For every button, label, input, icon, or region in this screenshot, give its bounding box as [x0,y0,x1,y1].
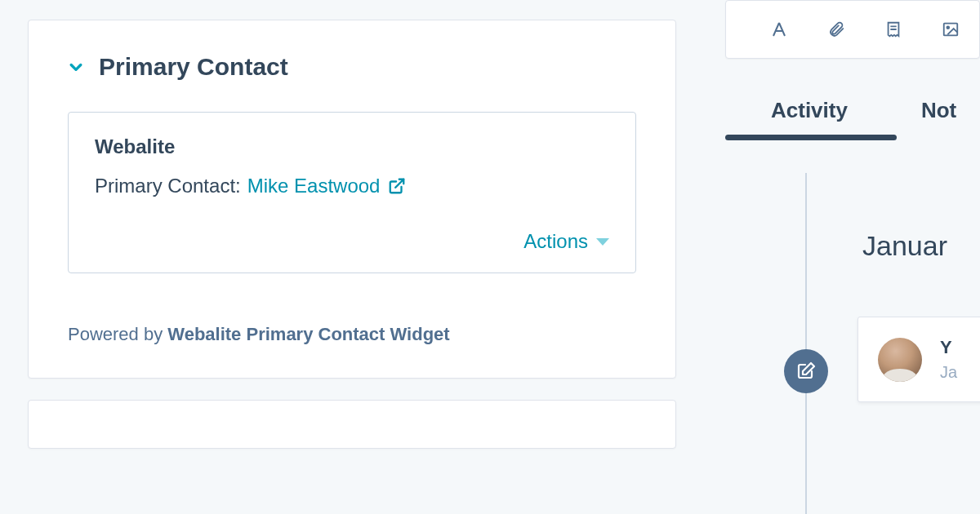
contact-box: Webalite Primary Contact: Mike Eastwood [68,112,636,273]
text-format-icon[interactable] [768,19,790,40]
primary-contact-card: Primary Contact Webalite Primary Contact… [28,20,676,379]
contact-name: Mike Eastwood [247,175,381,197]
svg-point-2 [947,26,949,29]
tabs: Activity Not [725,98,980,123]
chevron-down-icon[interactable] [68,59,84,75]
contact-link[interactable]: Mike Eastwood [247,175,407,197]
timeline: Januar Y Ja [725,206,980,514]
powered-by: Powered by Webalite Primary Contact Widg… [68,324,636,345]
contact-row: Primary Contact: Mike Eastwood [95,175,609,197]
powered-prefix: Powered by [68,324,167,344]
timeline-edit-node[interactable] [784,349,828,393]
receipt-icon[interactable] [883,19,904,40]
actions-label: Actions [523,230,588,253]
edit-icon [796,361,816,381]
actions-button[interactable]: Actions [523,230,609,253]
card-title: Primary Contact [99,53,288,81]
external-link-icon [388,177,406,195]
next-card-placeholder [28,400,676,449]
company-name: Webalite [95,135,609,158]
powered-name: Webalite Primary Contact Widget [167,324,449,344]
actions-row: Actions [95,230,609,253]
editor-toolbar [725,0,980,59]
timeline-entry-card[interactable]: Y Ja [858,317,980,402]
timeline-card-title: Y [940,337,957,358]
attachment-icon[interactable] [826,19,847,40]
svg-line-0 [396,179,404,188]
caret-down-icon [596,238,609,246]
tab-underline [725,135,897,140]
timeline-month: Januar [862,230,947,262]
tab-activity[interactable]: Activity [771,98,848,123]
contact-label: Primary Contact: [95,175,241,197]
tab-notes[interactable]: Not [921,98,956,123]
card-header: Primary Contact [68,53,636,81]
image-icon[interactable] [940,19,961,40]
timeline-line [805,173,807,514]
timeline-card-sub: Ja [940,363,957,382]
timeline-card-divider [878,401,980,402]
timeline-card-text: Y Ja [940,337,957,382]
avatar [878,338,922,382]
